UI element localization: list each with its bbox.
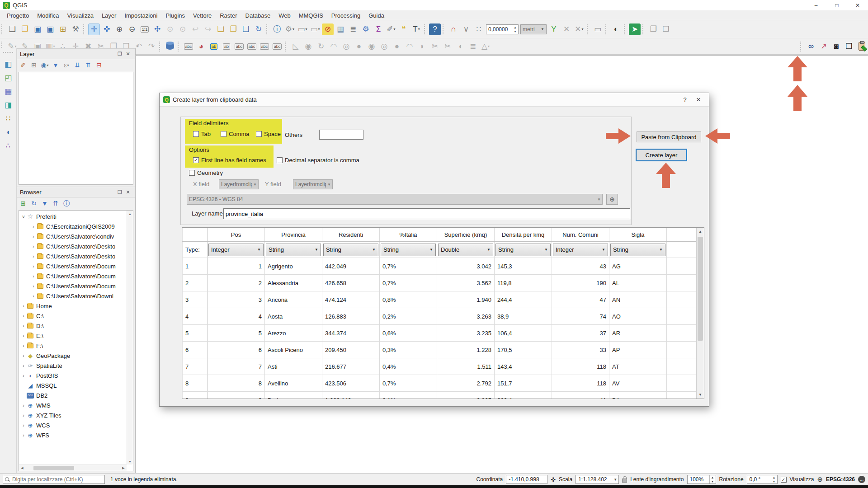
browser-item-home[interactable]: ›Home: [19, 301, 127, 311]
menu-vettore[interactable]: Vettore: [189, 11, 216, 20]
chevron-right-icon[interactable]: ›: [21, 324, 26, 328]
menu-database[interactable]: Database: [241, 11, 275, 20]
map-tips-button[interactable]: ❝: [398, 23, 410, 35]
fill-ring-button[interactable]: ◉: [366, 41, 377, 52]
add-spatialite-layer-button[interactable]: ∴: [2, 140, 14, 151]
data-source-manager-button[interactable]: ◧: [2, 58, 14, 70]
filter-by-expression-button[interactable]: ε▾: [61, 60, 71, 70]
first-line-field-names-checkbox[interactable]: ✓ First line has field names: [193, 157, 266, 164]
browser-vertical-scrollbar[interactable]: ▲ ▼: [127, 211, 133, 465]
browser-item-c-users-salvatore-docum[interactable]: ›C:\Users\Salvatore\Docum: [19, 271, 127, 281]
scrollbar-thumb[interactable]: [33, 466, 74, 470]
pin-labels-button[interactable]: ab: [221, 41, 232, 52]
save-project-button[interactable]: ▣: [32, 23, 43, 35]
zoom-out-button[interactable]: ⊖: [126, 23, 138, 35]
chevron-down-icon[interactable]: ∨: [21, 214, 26, 219]
scrollbar-thumb[interactable]: [698, 237, 703, 341]
render-checkbox[interactable]: ✓: [781, 477, 787, 483]
new-project-button[interactable]: ❏: [6, 23, 18, 35]
capture-region-tool-button[interactable]: ❒: [843, 41, 855, 52]
browser-item-c-users-salvatore-deskto[interactable]: ›C:\Users\Salvatore\Deskto: [19, 251, 127, 261]
paste-from-clipboard-button[interactable]: Paste from Clipboard: [637, 131, 701, 142]
move-feature-button[interactable]: ◉: [302, 41, 314, 52]
table-row[interactable]: 99Bari1.260.1422,1%3.825329,441BA: [183, 392, 698, 399]
create-layer-button[interactable]: Create layer: [637, 150, 686, 160]
zoom-to-layer-button[interactable]: ⊙: [177, 23, 189, 35]
menu-guida[interactable]: Guida: [364, 11, 388, 20]
table-row[interactable]: 55Arezzo344.3740,6%3.235106,437AR: [183, 325, 698, 342]
show-hide-labels-button[interactable]: abc: [233, 41, 245, 52]
browser-item-c[interactable]: ›C:\: [19, 311, 127, 321]
add-vector-layer-button[interactable]: ◰: [2, 72, 14, 84]
coordinate-input[interactable]: -1.410,0.998: [506, 475, 547, 484]
space-checkbox[interactable]: Space: [256, 131, 281, 137]
browser-item-f[interactable]: ›F:\: [19, 341, 127, 351]
chevron-right-icon[interactable]: ›: [21, 433, 26, 438]
layer-list[interactable]: [19, 72, 133, 185]
lock-scale-icon[interactable]: [622, 479, 627, 483]
type-select-num-comuni[interactable]: Integer▼: [553, 244, 608, 256]
browser-item-c-users-salvatore-deskto[interactable]: ›C:\Users\Salvatore\Deskto: [19, 241, 127, 251]
run-feature-action-button[interactable]: ⚙▾: [284, 23, 296, 35]
rotate-point-symbols-button[interactable]: △▾: [480, 41, 491, 52]
save-project-as-button[interactable]: ▣: [44, 23, 56, 35]
menu-layer[interactable]: Layer: [98, 11, 121, 20]
avoid-intersections-button[interactable]: ✕: [561, 23, 572, 35]
rotation-spinbox[interactable]: 0,0 ° ▲▼: [747, 475, 778, 484]
cad-tools-button[interactable]: ◺: [290, 41, 302, 52]
refresh-browser-button[interactable]: ↻: [29, 198, 39, 208]
new-layout-button[interactable]: ⊞: [57, 23, 69, 35]
others-delimiter-input[interactable]: [319, 130, 363, 140]
close-button[interactable]: ✕: [847, 0, 868, 10]
chevron-right-icon[interactable]: ›: [21, 353, 26, 358]
messages-icon[interactable]: …: [858, 476, 865, 483]
pan-to-selection-button[interactable]: ✜: [101, 23, 113, 35]
select-features-button[interactable]: ▭▾: [297, 23, 308, 35]
menu-raster[interactable]: Raster: [216, 11, 241, 20]
menu-visualizza[interactable]: Visualizza: [63, 11, 98, 20]
layer-name-input[interactable]: [223, 208, 630, 219]
add-part-button[interactable]: ●: [353, 41, 365, 52]
profile-tool-button[interactable]: ↗: [818, 41, 830, 52]
expand-all-button[interactable]: ⇊: [72, 60, 82, 70]
table-vertical-scrollbar[interactable]: ▲ ▼: [696, 228, 704, 399]
manage-map-themes-button[interactable]: ◉▾: [40, 60, 50, 70]
text-annotation-button[interactable]: T▾: [410, 23, 422, 35]
collapse-all-browser-button[interactable]: ⇈: [51, 198, 61, 208]
scroll-up-icon[interactable]: ▲: [697, 228, 704, 235]
db-manager-button[interactable]: [164, 41, 176, 52]
paste-clipboard-to-layer-button[interactable]: [856, 41, 868, 52]
menu-impostazioni[interactable]: Impostazioni: [120, 11, 161, 20]
browser-item-preferiti[interactable]: ∨☆Preferiti: [19, 211, 127, 221]
table-row[interactable]: 88Avellino423.5060,7%2.792151,7118AV: [183, 375, 698, 392]
chevron-right-icon[interactable]: ›: [31, 264, 36, 269]
enable-tracing-button[interactable]: Y: [548, 23, 560, 35]
chevron-right-icon[interactable]: ›: [31, 294, 36, 299]
crs-status[interactable]: EPSG:4326: [826, 476, 855, 483]
close-icon[interactable]: ✕: [124, 50, 132, 58]
locator-search[interactable]: [3, 475, 105, 484]
scale-combobox[interactable]: 1:1.128.402 ▼: [576, 475, 619, 484]
type-select-sigla[interactable]: String▼: [610, 244, 665, 256]
type-select-densit-per-kmq[interactable]: String▼: [495, 244, 551, 256]
change-label-button[interactable]: abc: [271, 41, 283, 52]
new-bookmark-button[interactable]: ❏: [215, 23, 226, 35]
browser-item-mssql[interactable]: ◢MSSQL: [19, 380, 127, 390]
browser-item-db2[interactable]: DB2DB2: [19, 390, 127, 400]
menu-processing[interactable]: Processing: [327, 11, 364, 20]
search-plugin-button[interactable]: ∞: [805, 41, 817, 52]
dialog-close-button[interactable]: ✕: [692, 94, 705, 105]
snapping-magnet-button[interactable]: ∩: [448, 23, 459, 35]
type-select-italia[interactable]: String▼: [381, 244, 436, 256]
zoom-to-selection-button[interactable]: ⊙: [164, 23, 176, 35]
identify-features-button[interactable]: ⓘ: [271, 23, 283, 35]
collapse-all-button[interactable]: ⇈: [83, 60, 93, 70]
scroll-up-icon[interactable]: ▲: [127, 211, 133, 217]
camera-tool-button[interactable]: ◙: [830, 41, 842, 52]
snap-on-intersection-button[interactable]: ∷: [473, 23, 485, 35]
dialog-titlebar[interactable]: Q Create layer from clipboard data ? ✕: [160, 93, 709, 107]
scroll-right-icon[interactable]: ▶: [120, 466, 127, 470]
processing-toolbox-button[interactable]: ⚙: [360, 23, 372, 35]
spinner-arrows-icon[interactable]: ▲▼: [709, 475, 716, 483]
split-features-button[interactable]: ✂: [442, 41, 453, 52]
